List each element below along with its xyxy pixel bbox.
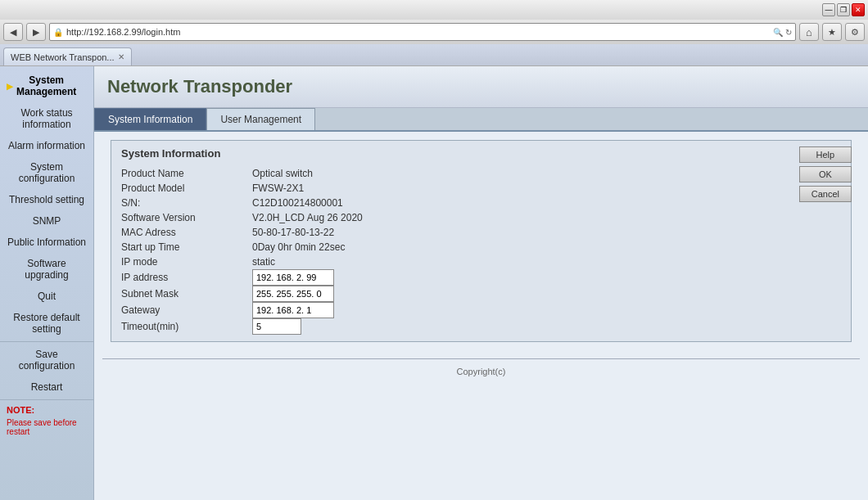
content-area: Network Transponder System Information U… — [94, 66, 868, 500]
window-controls: — ❐ ✕ — [822, 3, 865, 16]
sidebar-item-threshold-setting[interactable]: Threshold setting — [0, 189, 93, 210]
forward-button[interactable]: ▶ — [26, 23, 46, 41]
sidebar-label-save-configuration: Save configuration — [19, 349, 75, 372]
input-gateway[interactable] — [252, 302, 334, 318]
title-bar: — ❐ ✕ — [0, 0, 868, 20]
sidebar-label-work-status: Work status information — [20, 107, 72, 130]
sidebar-item-restart[interactable]: Restart — [0, 376, 93, 398]
tab-strip: System Information User Management — [94, 108, 868, 132]
label-product-name: Product Name — [121, 166, 252, 181]
label-ip-address: IP address — [121, 269, 252, 286]
sidebar-item-software-upgrading[interactable]: Software upgrading — [0, 253, 93, 286]
help-button[interactable]: Help — [799, 146, 852, 163]
sidebar-item-quit[interactable]: Quit — [0, 286, 93, 307]
browser-tab-active[interactable]: WEB Network Transpon... ✕ — [3, 47, 132, 65]
settings-button[interactable]: ⚙ — [845, 23, 865, 41]
address-bar[interactable]: 🔒 http://192.168.2.99/login.htm 🔍 ↻ — [49, 23, 796, 41]
tab-close-icon[interactable]: ✕ — [118, 52, 124, 61]
active-arrow-icon: ▶ — [7, 82, 13, 91]
ok-button[interactable]: OK — [799, 166, 852, 182]
info-panel: System Information Product Name Optical … — [111, 140, 852, 342]
sidebar-label-restore-default: Restore default setting — [13, 312, 79, 335]
tab-user-management-label: User Management — [220, 114, 301, 125]
lock-icon: 🔒 — [53, 28, 63, 37]
sidebar-item-work-status[interactable]: Work status information — [0, 102, 93, 135]
sidebar-item-alarm-information[interactable]: Alarm information — [0, 135, 93, 156]
sidebar-item-public-information[interactable]: Public Information — [0, 232, 93, 253]
value-startup-time: 0Day 0hr 0min 22sec — [252, 240, 363, 255]
sidebar-label-snmp: SNMP — [33, 215, 61, 227]
close-button[interactable]: ✕ — [852, 3, 865, 16]
sidebar-item-restore-default[interactable]: Restore default setting — [0, 307, 93, 340]
sidebar-label-quit: Quit — [38, 291, 56, 302]
browser-tab-title: WEB Network Transpon... — [11, 52, 115, 62]
sidebar-label-public-information: Public Information — [7, 236, 86, 248]
sidebar-item-snmp[interactable]: SNMP — [0, 210, 93, 232]
sidebar-note-label: NOTE: — [0, 402, 93, 418]
sidebar-label-system-configuration: System configuration — [19, 161, 75, 184]
value-sn: C12D100214800001 — [252, 196, 363, 210]
browser-tab-bar: WEB Network Transpon... ✕ — [0, 44, 868, 65]
sidebar-item-system-configuration[interactable]: System configuration — [0, 156, 93, 189]
label-subnet-mask: Subnet Mask — [121, 286, 252, 302]
nav-bar: ◀ ▶ 🔒 http://192.168.2.99/login.htm 🔍 ↻ … — [0, 20, 868, 44]
label-mac-address: MAC Adress — [121, 225, 252, 240]
sidebar-label-restart: Restart — [31, 381, 63, 393]
sidebar-divider-2 — [0, 399, 93, 400]
tab-system-information[interactable]: System Information — [94, 108, 206, 130]
sidebar-note-text: Please save before restart — [0, 418, 93, 439]
input-timeout[interactable] — [252, 318, 301, 335]
value-mac-address: 50-80-17-80-13-22 — [252, 225, 363, 240]
url-text: http://192.168.2.99/login.htm — [66, 27, 770, 37]
system-info-table: Product Name Optical switch Product Mode… — [121, 166, 363, 335]
cancel-button[interactable]: Cancel — [799, 186, 852, 202]
tab-system-information-label: System Information — [108, 114, 192, 125]
label-software-version: Software Version — [121, 210, 252, 225]
refresh-icon[interactable]: ↻ — [785, 28, 792, 37]
home-button[interactable]: ⌂ — [799, 23, 819, 41]
label-gateway: Gateway — [121, 302, 252, 318]
sidebar-divider — [0, 341, 93, 342]
input-ip-address[interactable] — [252, 269, 334, 286]
sidebar-label-threshold-setting: Threshold setting — [9, 194, 84, 205]
sidebar-label-alarm-information: Alarm information — [8, 140, 85, 151]
action-buttons: Help OK Cancel — [799, 146, 852, 202]
label-sn: S/N: — [121, 196, 252, 210]
search-icon[interactable]: 🔍 — [773, 28, 783, 37]
value-product-name: Optical switch — [252, 166, 363, 181]
label-startup-time: Start up Time — [121, 240, 252, 255]
page-title: Network Transponder — [94, 66, 868, 108]
sidebar: ▶ SystemManagement Work status informati… — [0, 66, 94, 500]
value-product-model: FWSW-2X1 — [252, 181, 363, 196]
sidebar-item-save-configuration[interactable]: Save configuration — [0, 344, 93, 376]
sidebar-item-system-management[interactable]: ▶ SystemManagement — [0, 70, 93, 102]
value-ip-mode: static — [252, 255, 363, 269]
minimize-button[interactable]: — — [822, 3, 835, 16]
info-panel-title: System Information — [121, 147, 841, 160]
input-subnet-mask[interactable] — [252, 286, 334, 302]
sidebar-label-system-management: SystemManagement — [16, 74, 76, 97]
tab-user-management[interactable]: User Management — [206, 108, 315, 130]
label-timeout: Timeout(min) — [121, 318, 252, 335]
back-button[interactable]: ◀ — [3, 23, 23, 41]
restore-button[interactable]: ❐ — [837, 3, 850, 16]
copyright-text: Copyright(c) — [457, 367, 506, 376]
label-product-model: Product Model — [121, 181, 252, 196]
favorites-button[interactable]: ★ — [822, 23, 842, 41]
sidebar-label-software-upgrading: Software upgrading — [25, 258, 68, 281]
label-ip-mode: IP mode — [121, 255, 252, 269]
value-software-version: V2.0H_LCD Aug 26 2020 — [252, 210, 363, 225]
